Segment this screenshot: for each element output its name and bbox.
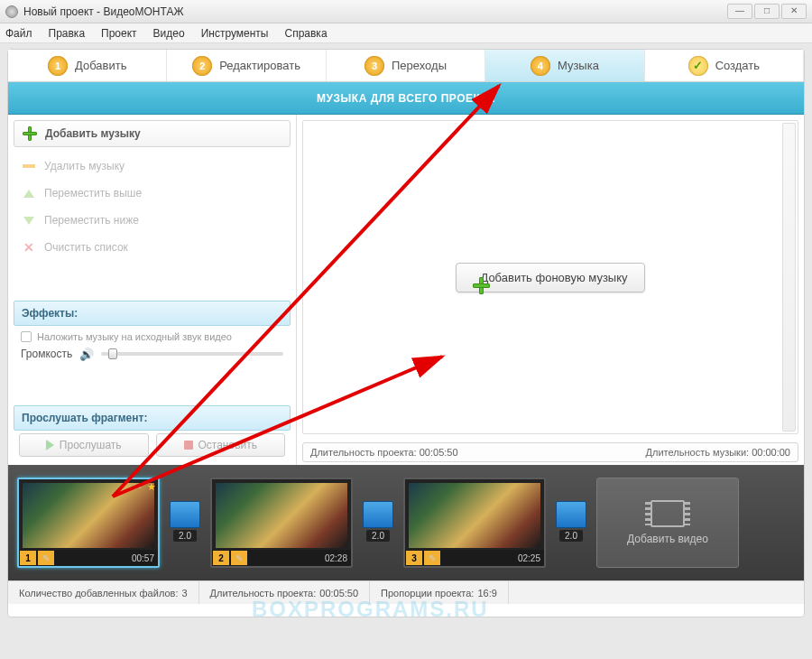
arrow-down-icon <box>21 212 37 228</box>
film-icon <box>651 500 685 527</box>
arrow-up-icon <box>21 185 37 201</box>
maximize-button[interactable]: □ <box>754 4 780 19</box>
step-label-create: Создать <box>715 59 760 72</box>
music-list-area: Добавить фоновую музыку <box>302 120 798 434</box>
step-label-transitions: Переходы <box>392 59 447 72</box>
pencil-icon[interactable]: ✎ <box>231 551 247 565</box>
preview-header-label: Прослушать фрагмент: <box>22 412 147 424</box>
add-bg-music-label: Добавить фоновую музыку <box>480 271 627 284</box>
transition-duration: 2.0 <box>366 530 390 542</box>
pencil-icon[interactable]: ✎ <box>424 551 440 565</box>
status-duration-value: 00:05:50 <box>319 588 358 599</box>
step-add[interactable]: 1Добавить <box>8 50 167 81</box>
status-aspect-label: Пропорции проекта: <box>381 588 474 599</box>
remove-music-button[interactable]: Удалить музыку <box>14 153 291 180</box>
menu-file[interactable]: Файл <box>5 27 32 40</box>
close-button[interactable]: ✕ <box>781 4 807 19</box>
timeline-clip-1[interactable]: ✂ ★ 1 ✎ 00:57 <box>17 478 160 568</box>
move-down-button[interactable]: Переместить ниже <box>14 207 291 234</box>
status-files-label: Количество добавленных файлов: <box>19 588 178 599</box>
clip-duration: 02:28 <box>325 553 347 563</box>
status-bar: Количество добавленных файлов: 3 Длитель… <box>8 580 804 604</box>
section-header: МУЗЫКА ДЛЯ ВСЕГО ПРОЕКТА <box>8 82 804 115</box>
plus-icon <box>22 125 38 142</box>
volume-row: Громкость 🔊 <box>14 348 291 367</box>
minus-icon <box>21 158 37 174</box>
speaker-icon: 🔊 <box>79 348 94 361</box>
project-duration-cell: Длительность проекта: 00:05:50 Длительно… <box>302 442 798 462</box>
slider-thumb[interactable] <box>108 348 117 359</box>
menu-help[interactable]: Справка <box>284 27 327 40</box>
timeline[interactable]: ✂ ★ 1 ✎ 00:57 2.0 2 ✎ 02:28 2.0 3 ✎ 02:2… <box>8 465 804 580</box>
add-background-music-button[interactable]: Добавить фоновую музыку <box>456 263 644 292</box>
status-files: Количество добавленных файлов: 3 <box>8 581 199 604</box>
transition-2[interactable]: 2.0 <box>362 501 394 544</box>
overlay-music-row[interactable]: Наложить музыку на исходный звук видео <box>14 326 291 348</box>
music-sidebar: Добавить музыку Удалить музыку Перемести… <box>8 115 297 465</box>
menu-tools[interactable]: Инструменты <box>201 27 269 40</box>
step-create[interactable]: Создать <box>645 50 804 81</box>
scissors-icon: ✂ <box>134 481 142 493</box>
step-num-2: 2 <box>192 56 212 76</box>
move-up-button[interactable]: Переместить выше <box>14 180 291 207</box>
clip-info-bar: 3 ✎ 02:25 <box>405 550 544 566</box>
transition-duration: 2.0 <box>559 530 583 542</box>
volume-label: Громкость <box>21 348 72 360</box>
step-edit[interactable]: 2Редактировать <box>167 50 326 81</box>
transition-1[interactable]: 2.0 <box>169 501 201 544</box>
scrollbar[interactable] <box>782 123 796 432</box>
listen-label: Прослушать <box>60 439 122 451</box>
menu-edit[interactable]: Правка <box>49 27 86 40</box>
clip-number: 1 <box>20 551 36 565</box>
preview-header: Прослушать фрагмент: <box>14 405 291 431</box>
minimize-button[interactable]: — <box>727 4 752 19</box>
clip-info-bar: 2 ✎ 02:28 <box>212 550 351 566</box>
step-transitions[interactable]: 3Переходы <box>327 50 485 81</box>
listen-button[interactable]: Прослушать <box>19 433 149 457</box>
step-label-edit: Редактировать <box>219 59 300 72</box>
transition-3[interactable]: 2.0 <box>555 501 587 544</box>
move-down-label: Переместить ниже <box>44 214 139 227</box>
check-icon <box>688 56 708 76</box>
transition-icon <box>556 501 586 528</box>
app-icon <box>5 5 18 18</box>
stop-label: Остановить <box>198 439 258 451</box>
step-label-music: Музыка <box>558 59 599 72</box>
timeline-clip-2[interactable]: 2 ✎ 02:28 <box>210 478 353 568</box>
volume-slider[interactable] <box>101 352 283 356</box>
star-icon: ★ <box>147 481 156 493</box>
menu-video[interactable]: Видео <box>153 27 185 40</box>
clip-number: 2 <box>213 551 229 565</box>
clip-duration: 02:25 <box>518 553 540 563</box>
clip-thumbnail <box>409 483 540 548</box>
pencil-icon[interactable]: ✎ <box>38 551 54 565</box>
add-music-label: Добавить музыку <box>45 127 141 140</box>
status-aspect-value: 16:9 <box>477 588 496 599</box>
window-title: Новый проект - ВидеоМОНТАЖ <box>23 5 725 18</box>
stop-icon <box>184 441 193 450</box>
transition-icon <box>363 501 393 528</box>
window-titlebar: Новый проект - ВидеоМОНТАЖ — □ ✕ <box>0 0 812 23</box>
main-grid: Добавить музыку Удалить музыку Перемести… <box>8 115 804 465</box>
project-duration-value: 00:05:50 <box>420 447 458 458</box>
status-aspect: Пропорции проекта: 16:9 <box>370 581 509 604</box>
effects-header: Эффекты: <box>14 301 291 326</box>
checkbox-icon[interactable] <box>21 331 32 342</box>
stop-button[interactable]: Остановить <box>156 433 286 457</box>
timeline-clip-3[interactable]: 3 ✎ 02:25 <box>403 478 546 568</box>
preview-buttons: Прослушать Остановить <box>14 431 291 459</box>
step-label-add: Добавить <box>75 59 126 72</box>
menu-project[interactable]: Проект <box>101 27 137 40</box>
move-up-label: Переместить выше <box>44 187 142 200</box>
step-music[interactable]: 4Музыка <box>485 50 644 81</box>
overlay-music-label: Наложить музыку на исходный звук видео <box>37 331 232 342</box>
step-num-3: 3 <box>364 56 384 76</box>
x-icon: ✕ <box>21 239 37 255</box>
clear-list-button[interactable]: ✕ Очистить список <box>14 234 291 261</box>
add-video-button[interactable]: Добавить видео <box>596 478 739 568</box>
step-tabs: 1Добавить 2Редактировать 3Переходы 4Музы… <box>8 50 804 82</box>
transition-icon <box>170 501 200 528</box>
remove-music-label: Удалить музыку <box>44 160 125 172</box>
add-music-button[interactable]: Добавить музыку <box>14 120 291 147</box>
music-duration-value: 00:00:00 <box>752 447 790 458</box>
